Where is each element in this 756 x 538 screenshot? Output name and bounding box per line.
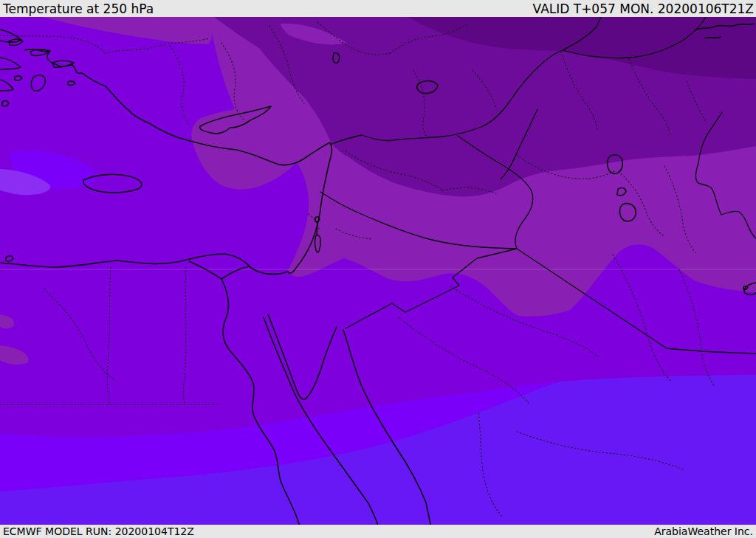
- map-title: Temperature at 250 hPa: [3, 1, 154, 17]
- weather-map-screenshot: Temperature at 250 hPa VALID T+057 MON. …: [0, 0, 756, 538]
- valid-time-label: VALID T+057 MON. 20200106T21Z: [533, 1, 754, 17]
- provider-label: ArabiaWeather Inc.: [654, 525, 753, 538]
- temperature-map: [0, 0, 756, 538]
- footer-bar: ECMWF MODEL RUN: 20200104T12Z ArabiaWeat…: [0, 525, 756, 538]
- header-bar: Temperature at 250 hPa VALID T+057 MON. …: [0, 0, 756, 17]
- model-run-label: ECMWF MODEL RUN: 20200104T12Z: [3, 525, 194, 538]
- jordan-river: [317, 221, 317, 235]
